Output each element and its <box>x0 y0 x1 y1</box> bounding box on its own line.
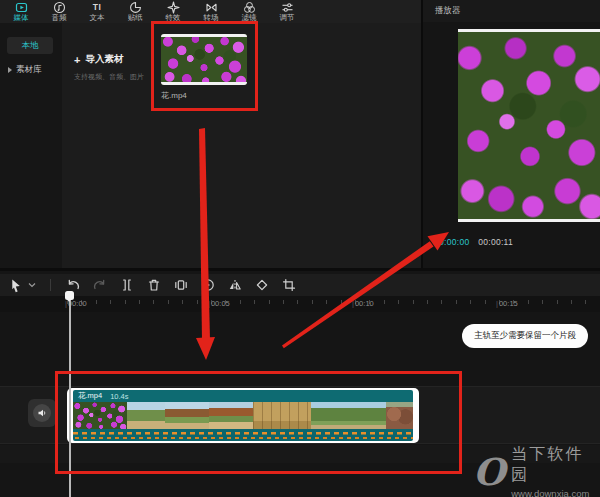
clip-filmstrip <box>73 402 413 429</box>
player-title: 播放器 <box>423 0 600 22</box>
watermark-site-url: www.downxia.com <box>511 488 600 497</box>
effects-icon <box>167 2 180 13</box>
timeline-ruler[interactable]: 00:00 00:05 00:10 00:15 <box>0 296 600 312</box>
mirror-button[interactable] <box>227 278 242 293</box>
toolbar-divider <box>50 279 51 291</box>
filmstrip-frame <box>73 402 127 429</box>
media-icon <box>15 2 28 13</box>
tab-effects[interactable]: 特效 <box>154 0 192 23</box>
total-time: 00:00:11 <box>478 237 513 247</box>
tab-media[interactable]: 媒体 <box>2 0 40 23</box>
sidebar-item-local[interactable]: 本地 <box>7 37 53 54</box>
tab-label: 滤镜 <box>242 13 257 22</box>
timeline-clip[interactable]: 花.mp4 10.4s <box>67 388 419 443</box>
watermark-site-name: 当下软件园 <box>511 444 600 486</box>
track-mute-button[interactable] <box>28 399 56 427</box>
import-material-button[interactable]: + 导入素材 <box>74 53 164 66</box>
sidebar-item-label: 素材库 <box>16 64 42 76</box>
top-toolbar: 媒体 音频 TI 文本 贴纸 特效 转场 <box>0 0 421 23</box>
filmstrip-frame <box>311 402 386 429</box>
crop-button[interactable] <box>281 278 296 293</box>
sticker-icon <box>129 2 142 13</box>
import-hint: 支持视频、音频、图片 <box>74 72 164 82</box>
select-tool-button[interactable] <box>8 278 23 293</box>
rotate-button[interactable] <box>254 278 269 293</box>
select-tool-dropdown[interactable] <box>27 278 36 293</box>
tab-filter[interactable]: 滤镜 <box>230 0 268 23</box>
split-button[interactable] <box>119 278 134 293</box>
transition-icon <box>205 2 218 13</box>
watermark: O 当下软件园 www.downxia.com <box>473 444 600 497</box>
tab-adjust[interactable]: 调节 <box>268 0 306 23</box>
playhead-handle[interactable] <box>65 291 74 300</box>
clip-duration: 10.4s <box>110 392 128 401</box>
playhead-line[interactable] <box>69 291 71 497</box>
media-filename: 花.mp4 <box>161 90 247 101</box>
audio-icon <box>53 2 66 13</box>
clip-name: 花.mp4 <box>78 391 102 401</box>
tab-audio[interactable]: 音频 <box>40 0 78 23</box>
filmstrip-frame <box>127 402 164 429</box>
ruler-ticks <box>67 300 600 304</box>
tab-label: 特效 <box>166 13 181 22</box>
tab-label: 转场 <box>204 13 219 22</box>
tab-transition[interactable]: 转场 <box>192 0 230 23</box>
clip-header: 花.mp4 10.4s <box>73 390 413 402</box>
toast-message: 主轨至少需要保留一个片段 <box>462 324 588 348</box>
time-display: 00:00:00 00:00:11 <box>434 237 513 247</box>
video-editor-window: 媒体 音频 TI 文本 贴纸 特效 转场 <box>0 0 600 497</box>
filmstrip-frame <box>386 402 413 429</box>
freeze-frame-button[interactable] <box>173 278 188 293</box>
player-panel: 播放器 00:00:00 00:00:11 <box>421 0 600 268</box>
adjust-icon <box>281 2 294 13</box>
expand-triangle-icon <box>8 67 12 73</box>
downxia-logo: O <box>473 452 505 492</box>
sidebar-item-library[interactable]: 素材库 <box>8 64 42 76</box>
edit-toolbar <box>0 274 600 296</box>
tab-sticker[interactable]: 贴纸 <box>116 0 154 23</box>
media-thumbnail[interactable] <box>161 34 247 85</box>
tab-label: 调节 <box>280 13 295 22</box>
tab-label: 文本 <box>90 13 105 22</box>
sidebar: 本地 素材库 <box>0 23 62 268</box>
video-preview[interactable] <box>458 29 600 222</box>
plus-icon: + <box>74 54 80 66</box>
current-time: 00:00:00 <box>434 237 470 247</box>
tab-label: 媒体 <box>14 13 29 22</box>
ruler-label: 00:10 <box>352 299 374 308</box>
media-item-flower[interactable]: 花.mp4 <box>161 34 247 101</box>
clip-audio-waveform <box>73 429 413 441</box>
delete-button[interactable] <box>146 278 161 293</box>
tab-text[interactable]: TI 文本 <box>78 0 116 23</box>
filmstrip-frame <box>165 402 209 429</box>
ruler-label: 00:15 <box>496 299 518 308</box>
redo-button[interactable] <box>92 278 107 293</box>
tab-label: 音频 <box>52 13 67 22</box>
filmstrip-frame <box>253 402 311 429</box>
filmstrip-frame <box>209 402 253 429</box>
import-area: + 导入素材 支持视频、音频、图片 <box>74 53 164 82</box>
filter-icon <box>243 2 256 13</box>
media-panel: + 导入素材 支持视频、音频、图片 花.mp4 <box>62 23 421 268</box>
time-separator <box>473 237 476 247</box>
reverse-button[interactable] <box>200 278 215 293</box>
tab-label: 贴纸 <box>128 13 143 22</box>
ruler-label: 00:05 <box>208 299 230 308</box>
import-label: 导入素材 <box>85 53 123 66</box>
text-icon: TI <box>93 2 102 13</box>
speaker-icon <box>33 404 51 422</box>
